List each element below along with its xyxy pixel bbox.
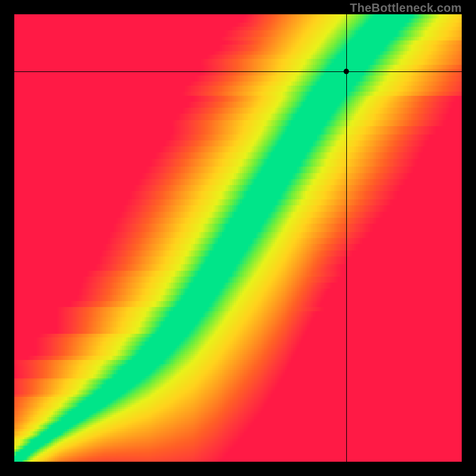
heatmap-canvas — [14, 14, 462, 462]
chart-frame: TheBottleneck.com — [0, 0, 476, 476]
watermark-text: TheBottleneck.com — [350, 1, 462, 15]
heatmap-plot — [14, 14, 462, 462]
crosshair-horizontal — [14, 71, 462, 72]
crosshair-vertical — [346, 14, 347, 462]
marker-dot — [343, 69, 349, 74]
